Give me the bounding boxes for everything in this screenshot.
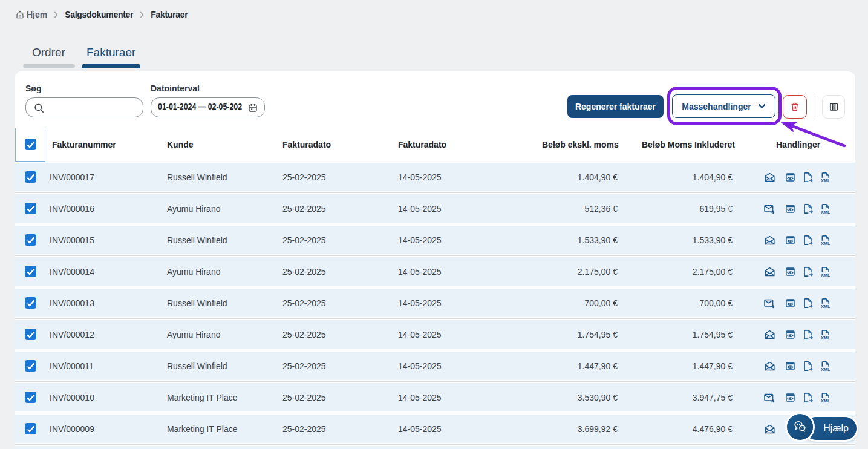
svg-text:XML: XML [821,273,830,277]
svg-text:XML: XML [821,336,830,340]
svg-text:XML: XML [821,241,830,246]
svg-text:XML: XML [821,179,830,183]
svg-text:XML: XML [821,399,830,403]
svg-text:XML: XML [821,367,830,372]
svg-text:XML: XML [821,210,830,214]
svg-text:XML: XML [821,304,830,309]
